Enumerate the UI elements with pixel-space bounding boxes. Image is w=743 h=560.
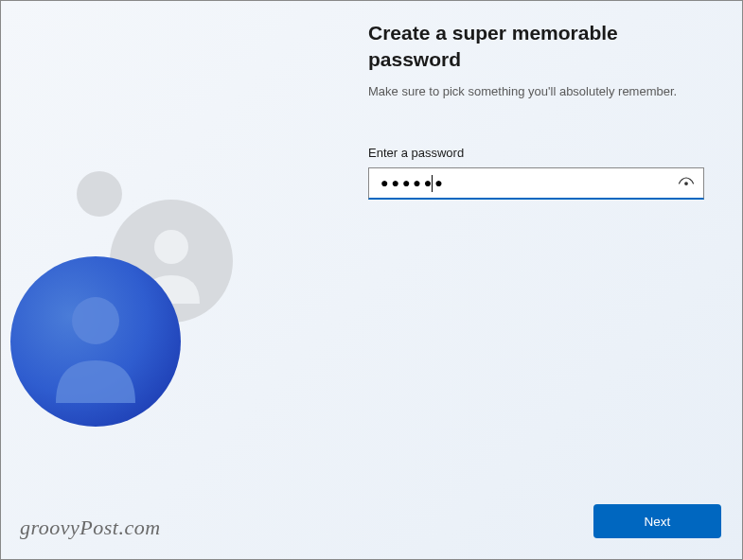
watermark-text: groovyPost.com [20, 516, 161, 540]
next-button[interactable]: Next [593, 504, 721, 538]
account-illustration [1, 1, 266, 559]
text-caret [432, 175, 433, 192]
password-label: Enter a password [368, 146, 704, 160]
reveal-password-icon[interactable] [676, 173, 697, 194]
page-subtitle: Make sure to pick something you'll absol… [368, 83, 704, 100]
svg-point-4 [72, 297, 119, 344]
password-input[interactable] [368, 167, 704, 200]
page-title: Create a super memorable password [368, 20, 704, 74]
password-field-wrap [368, 167, 704, 200]
svg-point-5 [684, 182, 688, 185]
